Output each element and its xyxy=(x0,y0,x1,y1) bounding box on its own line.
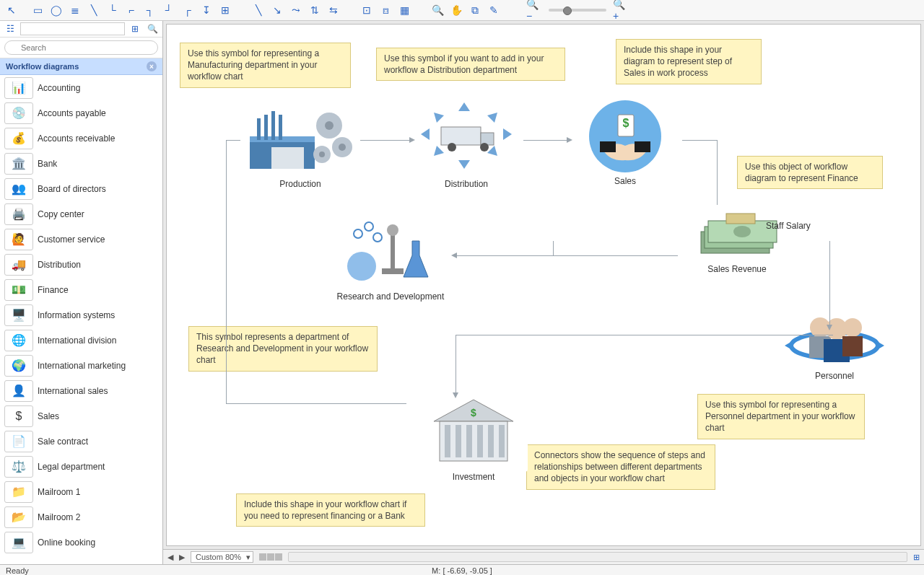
svg-rect-39 xyxy=(488,425,494,457)
pointer-tool[interactable]: ↖ xyxy=(3,1,20,19)
pan-tool[interactable]: ✋ xyxy=(448,1,465,19)
align-tool[interactable]: ▦ xyxy=(396,1,413,19)
zoom-tool[interactable]: 🔍 xyxy=(429,1,446,19)
ellipse-tool[interactable]: ◯ xyxy=(48,1,65,19)
svg-point-7 xyxy=(316,113,342,139)
bracket-tool[interactable]: ⌐ xyxy=(123,1,140,19)
connector-curve[interactable]: ↘ xyxy=(269,1,286,19)
stencil-item-mailroom-1[interactable]: 📁Mailroom 1 xyxy=(0,479,162,504)
bracket-tool-3[interactable]: ┘ xyxy=(160,1,178,19)
stencil-label: Sales xyxy=(38,411,59,421)
svg-rect-18 xyxy=(600,141,616,152)
stencil-item-sales[interactable]: $Sales xyxy=(0,403,162,429)
stencil-item-accounts-payable[interactable]: 💿Accounts payable xyxy=(0,100,162,126)
sidebar-name-field[interactable] xyxy=(20,22,125,35)
stamp-tool[interactable]: ⧉ xyxy=(466,1,484,19)
stencil-thumb: 👥 xyxy=(4,178,33,200)
grid-tool[interactable]: ⊞ xyxy=(217,1,234,19)
svg-rect-26 xyxy=(391,234,395,270)
layout-icon[interactable]: ⊞ xyxy=(913,553,920,562)
svg-rect-1 xyxy=(250,136,315,142)
close-icon[interactable]: × xyxy=(147,61,157,71)
connector-v[interactable]: ⇅ xyxy=(306,1,323,19)
page-nav-next[interactable]: ▶ xyxy=(179,553,185,562)
search-input[interactable] xyxy=(4,40,158,55)
svg-rect-44 xyxy=(809,336,831,358)
stencil-thumb: 🌐 xyxy=(4,330,33,351)
stencil-item-copy-center[interactable]: 🖨️Copy center xyxy=(0,201,162,227)
zoom-out[interactable]: 🔍− xyxy=(526,1,543,19)
group-tool[interactable]: ⊡ xyxy=(358,1,375,19)
svg-rect-19 xyxy=(635,141,650,152)
stencil-item-international-division[interactable]: 🌐International division xyxy=(0,328,162,353)
stencil-item-international-sales[interactable]: 👤International sales xyxy=(0,378,162,403)
stencil-thumb: 📊 xyxy=(4,77,33,99)
callout-sales: Include this shape in your diagram to re… xyxy=(616,39,762,84)
svg-point-8 xyxy=(325,121,334,130)
svg-rect-3 xyxy=(257,118,261,140)
step-tool-2[interactable]: ↧ xyxy=(198,1,215,19)
stencil-label: Customer service xyxy=(38,234,105,245)
stencil-item-board-of-directors[interactable]: 👥Board of directors xyxy=(0,176,162,201)
node-personnel[interactable]: Personnel xyxy=(773,306,896,381)
node-sales[interactable]: $ Sales xyxy=(567,97,683,186)
svg-point-25 xyxy=(373,233,382,242)
stencil-item-sale-contract[interactable]: 📄Sale contract xyxy=(0,429,162,454)
stencil-item-distribution[interactable]: 🚚Distribution xyxy=(0,252,162,277)
stencil-item-information-systems[interactable]: 🖥️Information systems xyxy=(0,302,162,328)
stencil-thumb: 🏛️ xyxy=(4,153,33,175)
connector-h[interactable]: ⇆ xyxy=(325,1,342,19)
stencil-thumb: 🖨️ xyxy=(4,203,33,225)
stencil-item-legal-department[interactable]: ⚖️Legal department xyxy=(0,454,162,479)
svg-point-11 xyxy=(313,146,331,163)
ungroup-tool[interactable]: ⧈ xyxy=(377,1,394,19)
stencil-item-finance[interactable]: 💵Finance xyxy=(0,277,162,302)
line-tool[interactable]: ╲ xyxy=(85,1,103,19)
stencil-thumb: 🌍 xyxy=(4,355,33,377)
page-nav-prev[interactable]: ◀ xyxy=(167,553,173,562)
svg-rect-14 xyxy=(481,133,494,145)
connector-line[interactable]: ╲ xyxy=(250,1,267,19)
node-production[interactable]: Production xyxy=(239,104,362,189)
stencil-item-international-marketing[interactable]: 🌍International marketing xyxy=(0,353,162,378)
callout-connectors: Connectors show the sequence of steps an… xyxy=(526,444,715,490)
canvas-status-bar: ◀ ▶ Custom 80%▾ ⊞ xyxy=(163,549,924,564)
stencil-label: Accounts receivable xyxy=(38,133,115,144)
stencil-item-mailroom-2[interactable]: 📂Mailroom 2 xyxy=(0,504,162,530)
rect-tool[interactable]: ▭ xyxy=(29,1,46,19)
text-tool[interactable]: ≣ xyxy=(66,1,84,19)
stencil-item-bank[interactable]: 🏛️Bank xyxy=(0,151,162,176)
step-tool[interactable]: ┌ xyxy=(179,1,196,19)
zoom-selector[interactable]: Custom 80%▾ xyxy=(191,551,253,563)
search-icon[interactable]: 🔍 xyxy=(145,22,160,36)
svg-point-47 xyxy=(843,318,862,337)
node-research[interactable]: Research and Development xyxy=(322,212,459,302)
zoom-in[interactable]: 🔍+ xyxy=(612,1,629,19)
connector-spline[interactable]: ⤳ xyxy=(287,1,305,19)
stencil-thumb: 📂 xyxy=(4,506,33,528)
stencil-item-online-booking[interactable]: 💻Online booking xyxy=(0,530,162,555)
svg-rect-36 xyxy=(456,425,461,457)
stencil-thumb: ⚖️ xyxy=(4,456,33,478)
grid-view-icon[interactable]: ⊞ xyxy=(128,22,142,36)
stencil-label: Board of directors xyxy=(38,184,106,194)
bracket-tool-2[interactable]: ┐ xyxy=(141,1,159,19)
node-distribution[interactable]: Distribution xyxy=(409,97,524,189)
stencil-label: International division xyxy=(38,335,116,346)
node-investment[interactable]: $ Investment xyxy=(405,392,542,482)
stencil-thumb: 💵 xyxy=(4,279,33,301)
horizontal-scrollbar[interactable] xyxy=(288,552,907,562)
section-header[interactable]: Workflow diagrams × xyxy=(0,58,162,75)
draw-tool[interactable]: ✎ xyxy=(485,1,502,19)
canvas[interactable]: Use this symbol for representing a Manuf… xyxy=(166,24,921,546)
tree-view-icon[interactable]: ☷ xyxy=(3,22,17,36)
app-status-bar: Ready M: [ -6.69, -9.05 ] xyxy=(0,564,924,575)
svg-point-24 xyxy=(365,222,373,231)
stencil-item-customer-service[interactable]: 🙋Customer service xyxy=(0,227,162,252)
zoom-slider[interactable] xyxy=(549,9,606,12)
callout-bank: Include this shape in your workflow char… xyxy=(236,493,425,527)
stencil-item-accounts-receivable[interactable]: 💰Accounts receivable xyxy=(0,126,162,151)
node-sales-revenue[interactable]: Sales Revenue xyxy=(676,206,798,274)
corner-tool[interactable]: └ xyxy=(104,1,121,19)
stencil-item-accounting[interactable]: 📊Accounting xyxy=(0,75,162,100)
